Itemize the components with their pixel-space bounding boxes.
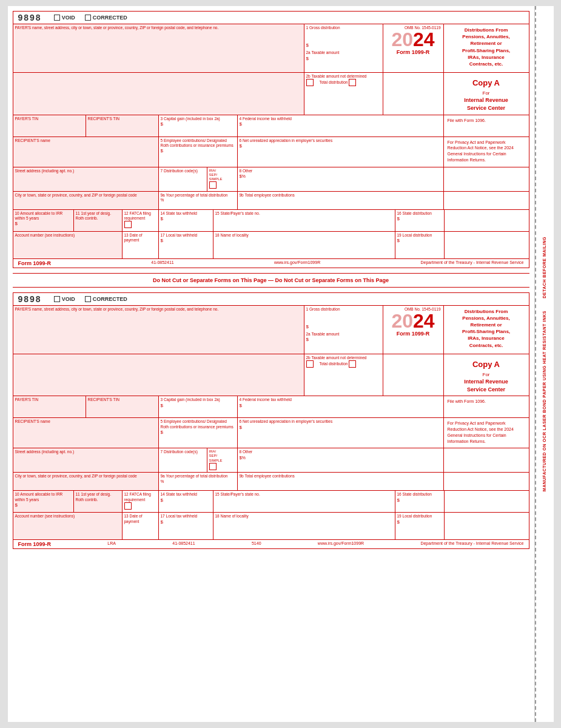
box15-cell-2[interactable]: 15 State/Payer's state no. [213, 491, 395, 512]
box2b-cell-2[interactable]: 2b Taxable amount not determined Total d… [304, 354, 383, 396]
box17-cell-2[interactable]: 17 Local tax withheld $ [159, 513, 213, 539]
recipient-tin-cell-1[interactable]: RECIPIENT'S TIN [86, 115, 159, 136]
ira-sep-box-2[interactable] [209, 463, 217, 470]
account-cell-1[interactable]: Account number (see instructions) [13, 232, 123, 258]
recipient-name-cell-2[interactable]: RECIPIENT'S name [13, 418, 159, 448]
box12-box-2[interactable] [124, 502, 132, 510]
void-checkbox-2[interactable]: VOID [54, 296, 75, 302]
form-grid-1: PAYER'S name, street address, city or to… [13, 24, 529, 258]
corrected-checkbox-2[interactable]: CORRECTED [85, 296, 127, 302]
box19-cell-2[interactable]: 19 Local distribution $ [395, 513, 444, 539]
box5-cell-2[interactable]: 5 Employee contributions/ Designated Rot… [159, 418, 238, 448]
box15-cell-1[interactable]: 15 State/Payer's state no. [213, 210, 395, 231]
box5-cell-1[interactable]: 5 Employee contributions/ Designated Rot… [159, 137, 238, 167]
void-checkbox-1[interactable]: VOID [54, 15, 75, 21]
box18-label-2: 18 Name of locality [215, 514, 393, 519]
box12-cell-1[interactable]: 12 FATCA filing requirement [123, 210, 159, 231]
box9b-cell-1[interactable]: 9b Total employee contributions [238, 192, 444, 209]
box1-cell-1[interactable]: 1 Gross distribution $ 2a Taxable amount… [304, 24, 383, 72]
service-label-1: Service Center [448, 104, 525, 112]
void-label-1: VOID [62, 15, 75, 21]
empty-cell-1 [383, 73, 444, 115]
omb-year-cell-2: OMB No. 1545-0119 2024 Form 1099-R [383, 306, 444, 354]
box11-cell-1[interactable]: 11 1st year of desig. Roth contrib. [74, 210, 123, 231]
box2b-checkbox-2[interactable] [306, 360, 314, 368]
corrected-box-1[interactable] [85, 15, 91, 21]
recipient-tin-cell-2[interactable]: RECIPIENT'S TIN [86, 396, 159, 417]
dashed-line [535, 6, 536, 722]
for-label-1: For [448, 90, 525, 96]
box16-label-1: 16 State distribution [397, 211, 442, 216]
box9a-cell-2[interactable]: 9a Your percentage of total distribution… [159, 473, 238, 490]
form-number-row-1: 9898 VOID CORRECTED [13, 12, 529, 24]
box19-cell-1[interactable]: 19 Local distribution $ [395, 232, 444, 258]
box4-cell-1[interactable]: 4 Federal income tax withheld $ [238, 115, 444, 136]
payer-name-label-1: PAYER'S name, street address, city or to… [15, 25, 302, 30]
row7-2: 10 Amount allocable to IRR within 5 year… [13, 491, 529, 513]
irs-label-1: Internal Revenue [448, 96, 525, 104]
box6-cell-2[interactable]: 6 Net unrealized appreciation in employe… [238, 418, 444, 448]
form-number-2: 9898 [18, 294, 42, 304]
box11-cell-2[interactable]: 11 1st year of desig. Roth contrib. [74, 491, 123, 512]
box14-cell-2[interactable]: 14 State tax withheld $ [159, 491, 213, 512]
box5-label-1: 5 Employee contributions/ Designated Rot… [161, 138, 235, 149]
box9a-label-2: 9a Your percentage of total distribution [161, 474, 235, 479]
box10-cell-2[interactable]: 10 Amount allocable to IRR within 5 year… [13, 491, 74, 512]
info-panel-8-2 [444, 513, 529, 539]
row5-1: Street address (including apt. no.) 7 Di… [13, 167, 529, 192]
corrected-box-2[interactable] [85, 296, 91, 302]
box3-cell-1[interactable]: 3 Capital gain (included in box 2a) $ [159, 115, 238, 136]
box2a-label-1: 2a Taxable amount [306, 50, 381, 55]
street-cell-2[interactable]: Street address (including apt. no.) [13, 448, 159, 472]
ira-sep-box-1[interactable] [209, 181, 217, 189]
box2b-checkbox-1[interactable] [306, 79, 314, 86]
box13-cell-1[interactable]: 13 Date of payment [123, 232, 159, 258]
payer-name-cell-2-1[interactable] [13, 73, 304, 115]
payer-tin-cell-2[interactable]: PAYER'S TIN [13, 396, 86, 417]
box9b-label-1: 9b Total employee contributions [240, 193, 442, 198]
box2b-cell-1[interactable]: 2b Taxable amount not determined Total d… [304, 73, 383, 115]
street-cell-1[interactable]: Street address (including apt. no.) [13, 167, 159, 191]
box16-cell-1[interactable]: 16 State distribution $ [395, 210, 444, 231]
box18-cell-2[interactable]: 18 Name of locality [213, 513, 395, 539]
info-panel-5-1 [444, 167, 529, 191]
box9b-cell-2[interactable]: 9b Total employee contributions [238, 473, 444, 490]
void-box-1[interactable] [54, 15, 60, 21]
box10-cell-1[interactable]: 10 Amount allocable to IRR within 5 year… [13, 210, 74, 231]
total-dist-checkbox-1[interactable] [349, 79, 356, 86]
ira-sep-cell-2[interactable]: IRA/SEP/SIMPLE [207, 448, 238, 472]
ira-sep-cell-1[interactable]: IRA/SEP/SIMPLE [207, 167, 238, 191]
payer-name-cont-2[interactable] [13, 354, 304, 396]
city-cell-1[interactable]: City or town, state or province, country… [13, 192, 159, 209]
box1-label-1: 1 Gross distribution [306, 25, 381, 30]
box6-cell-1[interactable]: 6 Net unrealized appreciation in employe… [238, 137, 444, 167]
recipient-name-cell-1[interactable]: RECIPIENT'S name [13, 137, 159, 167]
city-cell-2[interactable]: City or town, state or province, country… [13, 473, 159, 490]
account-cell-2[interactable]: Account number (see instructions) [13, 513, 123, 539]
box18-cell-1[interactable]: 18 Name of locality [213, 232, 395, 258]
box8-cell-2[interactable]: 8 Other $% [238, 448, 444, 472]
void-box-2[interactable] [54, 296, 60, 302]
box3-cell-2[interactable]: 3 Capital gain (included in box 2a) $ [159, 396, 238, 417]
corrected-checkbox-1[interactable]: CORRECTED [85, 15, 127, 21]
box12-cell-2[interactable]: 12 FATCA filing requirement [123, 491, 159, 512]
row3-1: PAYER'S TIN RECIPIENT'S TIN 3 Capital ga… [13, 115, 529, 137]
box16-cell-2[interactable]: 16 State distribution $ [395, 491, 444, 512]
payer-tin-cell-1[interactable]: PAYER'S TIN [13, 115, 86, 136]
box13-cell-2[interactable]: 13 Date of payment [123, 513, 159, 539]
form-section-1: 9898 VOID CORRECTED PAYE [13, 11, 529, 268]
box12-box-1[interactable] [124, 221, 132, 228]
payer-name-cell-1[interactable]: PAYER'S name, street address, city or to… [13, 24, 304, 72]
box1-cell-2[interactable]: 1 Gross distribution $ 2a Taxable amount… [304, 306, 383, 354]
title-line3-1: Retirement or [448, 40, 525, 47]
box17-cell-1[interactable]: 17 Local tax withheld $ [159, 232, 213, 258]
payer-name-cell-2[interactable]: PAYER'S name, street address, city or to… [13, 306, 304, 354]
box8-cell-1[interactable]: 8 Other $% [238, 167, 444, 191]
box14-cell-1[interactable]: 14 State tax withheld $ [159, 210, 213, 231]
box7-label-2: 7 Distribution code(s) [161, 450, 205, 454]
box9a-cell-1[interactable]: 9a Your percentage of total distribution… [159, 192, 238, 209]
box4-cell-2[interactable]: 4 Federal income tax withheld $ [238, 396, 444, 417]
total-dist-checkbox-2[interactable] [349, 360, 356, 368]
box7-cell-2[interactable]: 7 Distribution code(s) [159, 448, 207, 472]
box7-cell-1[interactable]: 7 Distribution code(s) [159, 167, 207, 191]
